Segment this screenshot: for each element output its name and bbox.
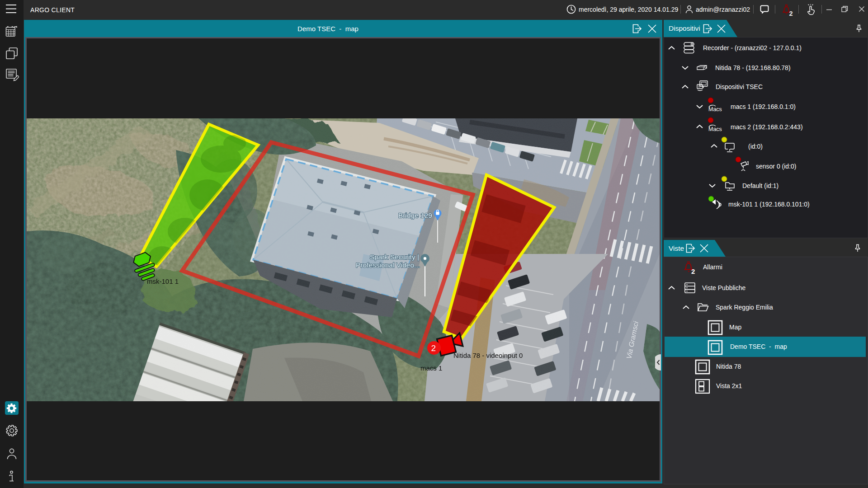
svg-text:Spark Security |: Spark Security | [370, 253, 419, 261]
svg-text:Bridge 129: Bridge 129 [398, 211, 432, 219]
svg-text:macs 1: macs 1 [420, 364, 442, 372]
svg-text:2: 2 [431, 343, 436, 353]
svg-text:Nitida 78 - videoinput 0: Nitida 78 - videoinput 0 [453, 352, 523, 359]
svg-text:Professional Video...: Professional Video... [356, 261, 420, 269]
svg-text:msk-101 1: msk-101 1 [147, 277, 179, 285]
svg-text:Macs: Macs [708, 126, 722, 132]
svg-text:2: 2 [789, 10, 793, 16]
svg-text:2: 2 [691, 267, 695, 274]
svg-text:Macs: Macs [708, 106, 722, 113]
